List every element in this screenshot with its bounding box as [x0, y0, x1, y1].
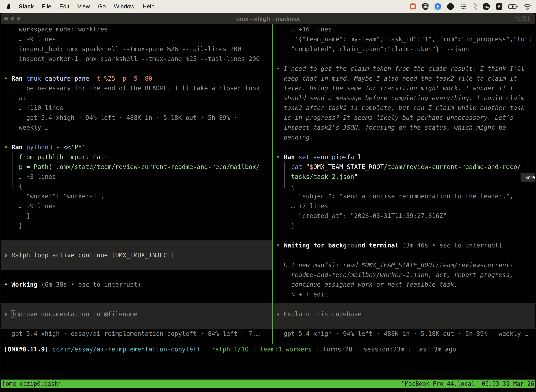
svg-text:A: A — [498, 5, 501, 9]
terminal-line: • I need to get the claim token from the… — [276, 64, 525, 74]
terminal-line: • Ran python3 - <<'PY' — [4, 142, 86, 152]
terminal-line: gpt-5.4 xhigh · essay/ai-reimplementatio… — [4, 329, 260, 339]
menu-item-go[interactable]: Go — [98, 3, 106, 10]
terminal-line: • Working (6m 38s • esc to interrupt) — [4, 280, 141, 289]
menu-item-file[interactable]: File — [42, 3, 51, 10]
terminal-line: at — [4, 93, 26, 103]
terminal-line: › Ralph loop active continue [OMX_TMUX_I… — [4, 250, 174, 260]
window-title: omx --xhigh --madmax — [1, 13, 535, 24]
terminal-line: "completed","claim_token":"claim-token"}… — [276, 44, 469, 54]
squiggle-icon[interactable] — [472, 2, 477, 10]
keystroke-badge-icon[interactable]: ..61 — [482, 2, 490, 10]
terminal-line: p = Path('.omx/state/team/review-current… — [4, 162, 260, 172]
svg-text:..61: ..61 — [484, 5, 489, 9]
terminal-line: • Ran set -euo pipefail — [276, 152, 362, 162]
menu-item-view[interactable]: View — [77, 3, 90, 10]
terminal-line: } — [276, 221, 295, 231]
terminal-line: be necessary for the end of the README. … — [4, 83, 260, 93]
window-shortcut-hint: ⌥⌘1 — [514, 13, 531, 24]
menu-item-window[interactable]: Window — [114, 3, 134, 10]
terminal-line: readme-and-reco/mailbox/worker-1.json, a… — [276, 270, 513, 280]
terminal-line: inspect_hud: omx sparkshell --tmux-pane … — [4, 44, 241, 54]
terminal-line: • Ran tmux capture-pane -t %25 -p -S -80 — [4, 74, 152, 84]
terminal-line: … +110 lines — [4, 103, 63, 113]
text-cursor — [11, 310, 15, 318]
heredoc-corner-guide — [12, 152, 15, 188]
cat-corner-guide — [284, 162, 287, 188]
terminal-line: keep that in mind. Maybe I also need the… — [276, 74, 517, 84]
terminal-line: › Explain this codebase — [276, 309, 362, 319]
terminal-line: gpt-5.4 xhigh · 94% left · 488K in · 5.1… — [4, 113, 238, 123]
hud-pane: … +16 lines '{"team_name":"my-team","tas… — [273, 24, 535, 344]
screen-edge-tooltip: Scre — [521, 173, 535, 182]
terminal-line: ⌥ + ↑ edit — [276, 289, 328, 299]
terminal-window: omx --xhigh --madmax ⌥⌘1 workspace_mode:… — [1, 13, 535, 388]
window-titlebar[interactable]: omx --xhigh --madmax ⌥⌘1 — [1, 13, 535, 24]
terminal-line: inspect_worker-1: omx sparkshell --tmux-… — [4, 54, 260, 64]
chat-notification-icon[interactable] — [409, 3, 417, 10]
terminal-line: gpt-5.4 xhigh · 94% left · 488K in · 5.1… — [276, 329, 528, 339]
terminal-line: "worker": "worker-1", — [4, 191, 104, 201]
tmux-status-bar: [omx-cczip0:bash* "MacBook-Pro-44.local"… — [1, 379, 535, 388]
terminal-line: from pathlib import Path — [4, 152, 108, 162]
apple-menu-icon[interactable] — [6, 3, 11, 10]
terminal-line: weekly … — [4, 123, 48, 132]
terminal-line: ↳ 1 new msg(s): read $OMX_TEAM_STATE_ROO… — [276, 260, 513, 270]
battery-icon[interactable] — [508, 3, 518, 10]
tmux-window-name[interactable]: [omx-cczip0:bash* — [2, 379, 62, 388]
terminal-line: continue assigned work or next feasible … — [276, 280, 458, 289]
terminal-line: inspect task2's JSON, focusing on the st… — [276, 123, 506, 132]
terminal-line: ] — [4, 211, 30, 221]
pane-divider-vertical[interactable] — [273, 24, 273, 344]
menu-item-edit[interactable]: Edit — [59, 3, 69, 10]
terminal-line: } — [4, 221, 23, 231]
bolt-badge-icon[interactable] — [434, 3, 442, 10]
terminal-line: "subject": "send a concise recommendatio… — [276, 191, 513, 201]
terminal-line: › Improve documentation in @filename — [4, 309, 138, 319]
terminal-line: tasks/task-2.json" — [276, 172, 358, 182]
pane-divider-horizontal-active[interactable] — [1, 344, 273, 344]
terminal-line: [OMX#0.11.9] cczip/essay/ai-reimplementa… — [4, 344, 456, 354]
terminal-line: is in progress? It seems likely but perh… — [276, 113, 513, 123]
menu-item-app[interactable]: Slack — [19, 3, 34, 10]
terminal-line: pending. — [276, 132, 313, 142]
terminal-line: '{"team_name":"my-team","task_id":"1","f… — [276, 34, 532, 44]
menu-status-icons: ..61 A — [409, 2, 531, 10]
output-corner-guide — [12, 82, 15, 90]
terminal-line: cat "$OMX_TEAM_STATE_ROOT/team/review-cu… — [276, 162, 521, 172]
terminal-line: … +9 lines — [4, 34, 56, 44]
terminal-line: workspace_mode: worktree — [4, 24, 108, 34]
terminal-line: should send a message before completing … — [276, 93, 525, 103]
moon-contrast-icon[interactable] — [447, 3, 455, 10]
worker-pane: workspace_mode: worktree … +9 lines insp… — [1, 24, 273, 344]
menu-item-help[interactable]: Help — [143, 3, 155, 10]
grid-shield-icon[interactable] — [422, 3, 429, 10]
tmux-session: workspace_mode: worktree … +9 lines insp… — [1, 24, 535, 388]
terminal-line: task2 after task1 is complete, but can I… — [276, 103, 525, 113]
terminal-line: "created_at": "2026-03-31T11:59:27.816Z" — [276, 211, 447, 221]
terminal-line: … +7 lines — [276, 201, 328, 211]
terminal-line: … +16 lines — [276, 24, 332, 34]
pane-divider-horizontal[interactable] — [273, 344, 535, 344]
tmux-host-clock: "MacBook-Pro-44.local" 05:03 31-Mar-26 — [402, 379, 534, 388]
wifi-icon[interactable] — [523, 3, 531, 10]
dots-grid-icon[interactable] — [459, 3, 467, 10]
terminal-line: • Waiting for background terminal (3m 46… — [276, 240, 502, 250]
terminal-line: later. Using the same for transition mig… — [276, 83, 513, 93]
terminal-line: … +9 lines — [4, 201, 56, 211]
input-source-icon[interactable]: A — [495, 3, 503, 10]
menu-bar: Slack File Edit View Go Window Help — [0, 0, 536, 13]
